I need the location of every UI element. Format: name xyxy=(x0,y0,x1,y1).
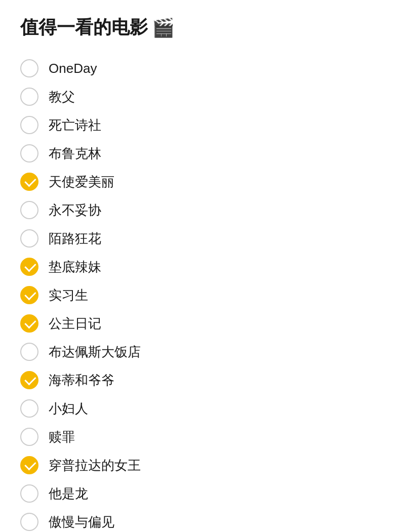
list-item: 教父 xyxy=(20,83,379,111)
movie-label-7: 陌路狂花 xyxy=(49,230,101,248)
movie-label-14: 赎罪 xyxy=(49,428,75,446)
checkbox-12[interactable] xyxy=(20,371,38,389)
movie-label-4: 布鲁克林 xyxy=(49,145,101,162)
list-item: 天使爱美丽 xyxy=(20,168,379,196)
list-item: OneDay xyxy=(20,54,379,83)
movie-label-17: 傲慢与偏见 xyxy=(49,513,114,531)
checkbox-16[interactable] xyxy=(20,484,38,503)
checkbox-1[interactable] xyxy=(20,59,38,77)
checkbox-15[interactable] xyxy=(20,456,38,474)
list-item: 公主日记 xyxy=(20,309,379,338)
list-item: 死亡诗社 xyxy=(20,111,379,139)
checkbox-8[interactable] xyxy=(20,258,38,276)
checkbox-10[interactable] xyxy=(20,314,38,333)
movie-label-2: 教父 xyxy=(49,88,75,106)
list-item: 小妇人 xyxy=(20,394,379,423)
checkbox-7[interactable] xyxy=(20,229,38,248)
checkbox-17[interactable] xyxy=(20,513,38,531)
movie-label-15: 穿普拉达的女王 xyxy=(49,457,141,474)
checkbox-4[interactable] xyxy=(20,144,38,162)
checkbox-2[interactable] xyxy=(20,88,38,106)
list-item: 实习生 xyxy=(20,281,379,309)
movie-label-3: 死亡诗社 xyxy=(49,116,101,134)
movie-label-16: 他是龙 xyxy=(49,485,88,503)
movie-label-9: 实习生 xyxy=(49,287,88,304)
checkbox-5[interactable] xyxy=(20,173,38,191)
list-item: 赎罪 xyxy=(20,423,379,451)
list-item: 陌路狂花 xyxy=(20,224,379,253)
list-item: 穿普拉达的女王 xyxy=(20,451,379,479)
checkbox-14[interactable] xyxy=(20,428,38,446)
list-item: 海蒂和爷爷 xyxy=(20,366,379,394)
checkbox-9[interactable] xyxy=(20,286,38,304)
movie-list: OneDay教父死亡诗社布鲁克林天使爱美丽永不妥协陌路狂花垫底辣妹实习生公主日记… xyxy=(20,54,379,532)
movie-label-10: 公主日记 xyxy=(49,315,101,333)
list-item: 他是龙 xyxy=(20,479,379,508)
list-item: 垫底辣妹 xyxy=(20,253,379,281)
list-item: 布鲁克林 xyxy=(20,139,379,168)
movie-label-5: 天使爱美丽 xyxy=(49,173,114,191)
checkbox-3[interactable] xyxy=(20,116,38,134)
movie-label-8: 垫底辣妹 xyxy=(49,258,101,276)
movie-label-13: 小妇人 xyxy=(49,400,88,418)
movie-label-12: 海蒂和爷爷 xyxy=(49,372,114,389)
list-item: 傲慢与偏见 xyxy=(20,508,379,532)
list-item: 布达佩斯大饭店 xyxy=(20,338,379,366)
movie-label-11: 布达佩斯大饭店 xyxy=(49,343,141,361)
movie-label-6: 永不妥协 xyxy=(49,201,101,219)
checkbox-13[interactable] xyxy=(20,399,38,418)
list-item: 永不妥协 xyxy=(20,196,379,224)
movie-label-1: OneDay xyxy=(49,61,97,76)
page-title: 值得一看的电影🎬 xyxy=(20,15,379,40)
checkbox-6[interactable] xyxy=(20,201,38,219)
checkbox-11[interactable] xyxy=(20,343,38,361)
